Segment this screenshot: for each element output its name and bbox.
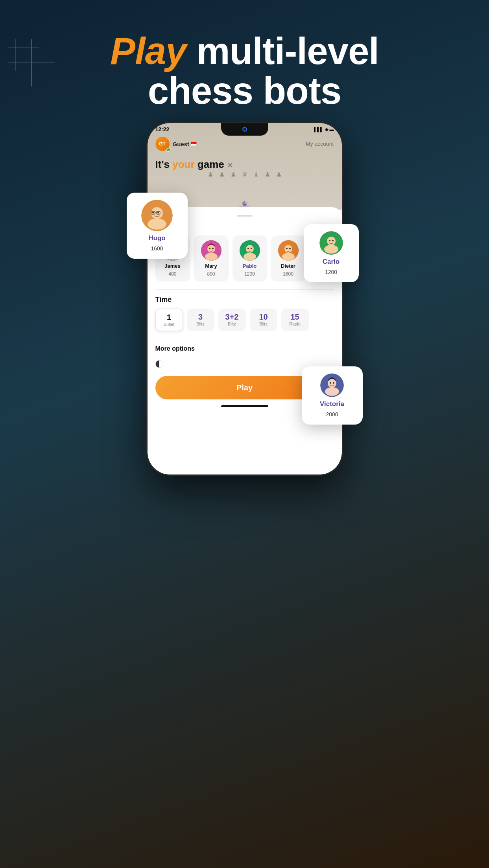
- theme-toggle-icon[interactable]: [155, 360, 163, 368]
- svg-point-16: [244, 253, 256, 261]
- time-type-rapid: Rapid: [289, 322, 301, 326]
- hero-title: Play multi-levelchess bots: [24, 31, 465, 111]
- more-options-title: More options: [155, 345, 195, 352]
- bot-avatar-mary: [201, 240, 221, 261]
- svg-point-41: [333, 382, 334, 384]
- float-avatar-victoria: [320, 373, 344, 397]
- chess-pawn-1: ♟: [208, 171, 213, 178]
- camera-dot: [242, 127, 247, 132]
- hero-section: Play multi-levelchess bots: [0, 31, 489, 111]
- svg-point-22: [286, 248, 288, 249]
- chess-pawn-3: ♟: [231, 171, 236, 178]
- svg-point-30: [152, 212, 154, 213]
- chess-pawn-4: ♟: [265, 171, 270, 178]
- svg-point-13: [212, 248, 214, 249]
- divider-2: [155, 339, 334, 339]
- bot-name-mary: Mary: [205, 263, 217, 269]
- time-card-10-blitz[interactable]: 10 Blitz: [250, 309, 277, 331]
- time-row: 1 Bullet 3 Blitz 3+2 Blitz: [155, 309, 334, 331]
- svg-point-23: [289, 248, 291, 249]
- headline-your: your: [172, 158, 194, 170]
- time-value-10: 10: [259, 313, 268, 322]
- username: Guest 🇮🇩: [173, 141, 197, 147]
- svg-point-17: [247, 248, 249, 249]
- time-value-3-2: 3+2: [225, 313, 239, 322]
- float-rating-hugo: 1600: [151, 245, 163, 252]
- floating-card-victoria[interactable]: Victoria 2000: [302, 366, 363, 425]
- divider-1: [155, 289, 334, 290]
- phone-notch: [221, 123, 268, 136]
- floating-card-carlo[interactable]: Carlo 1200: [304, 224, 359, 282]
- username-text: Guest: [173, 141, 190, 147]
- bot-name-pablo: Pablo: [243, 263, 256, 269]
- svg-point-34: [324, 245, 338, 254]
- svg-point-21: [282, 253, 295, 261]
- sheet-handle: [237, 215, 253, 217]
- svg-point-26: [148, 219, 166, 230]
- home-indicator: [221, 405, 268, 407]
- sheet-drag-handle-top: [239, 206, 251, 207]
- svg-point-39: [325, 387, 339, 396]
- user-flag: 🇮🇩: [191, 141, 197, 147]
- bot-name-james: James: [164, 263, 180, 269]
- hero-play-word: Play: [110, 30, 186, 72]
- battery-icon: ▬: [330, 127, 334, 132]
- headline-game: game: [195, 158, 224, 170]
- svg-point-31: [157, 212, 159, 213]
- bot-rating-dieter: 1600: [283, 271, 293, 277]
- float-rating-victoria: 2000: [326, 411, 338, 417]
- headline-its: It's: [155, 158, 173, 170]
- time-card-1-bullet[interactable]: 1 Bullet: [155, 309, 183, 331]
- time-card-3-blitz[interactable]: 3 Blitz: [187, 309, 214, 331]
- time-value-1: 1: [167, 313, 171, 322]
- bot-rating-pablo: 1200: [244, 271, 255, 277]
- chess-bishop-1: ♝: [253, 171, 259, 178]
- user-avatar: GT: [155, 137, 170, 151]
- bot-avatar-pablo: [240, 240, 260, 261]
- svg-point-38: [328, 379, 336, 388]
- chess-pawn-5: ♟: [276, 171, 282, 178]
- app-headline: It's your game ✕: [155, 158, 233, 171]
- time-type-blitz-10: Blitz: [259, 322, 268, 326]
- status-icons: ▌▌▌ ◈ ▬: [314, 127, 334, 132]
- phone-wrapper: ♟ ♟ ♟ ♛ ♝ ♟ ♟ 12:22 ▌▌▌ ◈ ▬: [146, 122, 343, 476]
- float-avatar-carlo: [319, 231, 343, 255]
- wifi-icon: ◈: [325, 127, 328, 132]
- time-type-bullet: Bullet: [164, 322, 175, 327]
- time-card-3-2-blitz[interactable]: 3+2 Blitz: [218, 309, 246, 331]
- float-avatar-hugo: [141, 200, 173, 231]
- app-nav: GT Guest 🇮🇩 My account: [155, 137, 334, 151]
- user-info[interactable]: GT Guest 🇮🇩: [155, 137, 197, 151]
- time-value-15: 15: [290, 313, 299, 322]
- float-rating-carlo: 1200: [325, 269, 337, 275]
- bot-avatar-dieter: [278, 240, 299, 261]
- my-account-link[interactable]: My account: [306, 141, 334, 147]
- svg-point-33: [327, 237, 336, 245]
- bot-card-mary[interactable]: Mary 800: [194, 235, 229, 281]
- signal-icon: ▌▌▌: [314, 127, 323, 132]
- headline-x: ✕: [227, 162, 233, 169]
- more-options-section: More options: [155, 345, 334, 352]
- float-name-hugo: Hugo: [148, 234, 165, 242]
- chess-queen-1: ♛: [242, 171, 247, 178]
- status-time: 12:22: [155, 126, 170, 132]
- bot-card-dieter[interactable]: Dieter 1600: [271, 235, 306, 281]
- floating-card-hugo[interactable]: Hugo 1600: [127, 193, 188, 259]
- float-name-victoria: Victoria: [320, 400, 344, 408]
- svg-point-35: [329, 240, 330, 241]
- svg-point-11: [205, 253, 218, 261]
- time-title: Time: [155, 296, 334, 304]
- time-card-15-rapid[interactable]: 15 Rapid: [281, 309, 309, 331]
- svg-point-40: [330, 382, 331, 384]
- user-initials: GT: [159, 141, 166, 147]
- chess-pawn-2: ♟: [219, 171, 225, 178]
- time-value-3: 3: [198, 313, 203, 322]
- svg-point-18: [251, 248, 252, 249]
- svg-point-36: [332, 240, 334, 241]
- bot-rating-mary: 800: [207, 271, 215, 277]
- time-type-blitz-3-2: Blitz: [228, 322, 236, 326]
- svg-point-12: [209, 248, 210, 249]
- bot-card-pablo[interactable]: Pablo 1200: [233, 235, 267, 281]
- bot-name-dieter: Dieter: [281, 263, 295, 269]
- time-type-blitz-3: Blitz: [196, 322, 205, 326]
